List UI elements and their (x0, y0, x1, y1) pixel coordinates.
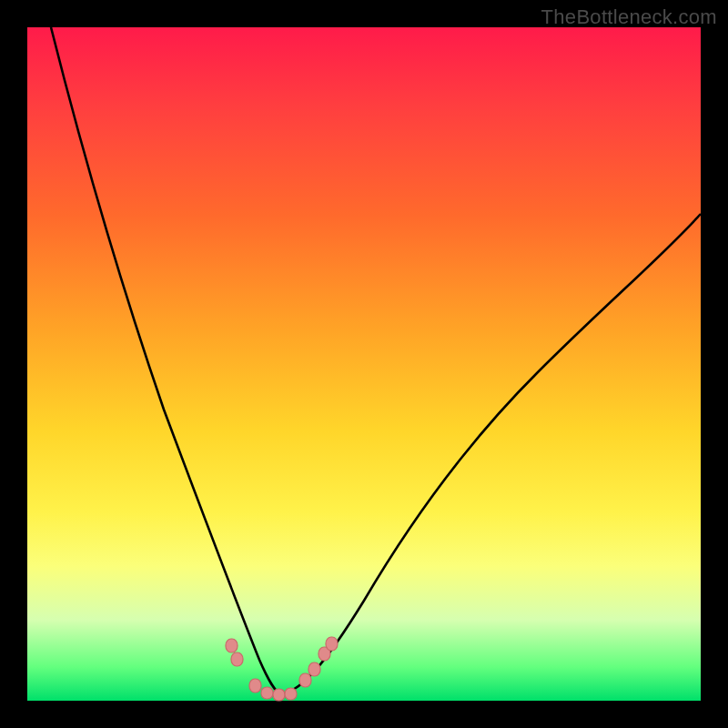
marker-group (226, 637, 338, 701)
marker-dot (326, 637, 338, 651)
marker-dot (226, 639, 238, 652)
marker-dot (249, 679, 261, 693)
curve-right-branch (273, 214, 701, 696)
marker-dot (285, 688, 297, 700)
chart-plot-area (27, 27, 701, 701)
marker-dot (261, 687, 273, 699)
chart-frame: TheBottleneck.com (0, 0, 728, 728)
watermark-text: TheBottleneck.com (541, 5, 717, 29)
curve-left-branch (51, 27, 282, 696)
marker-dot (273, 689, 285, 701)
marker-dot (308, 662, 320, 676)
marker-dot (299, 673, 311, 687)
marker-dot (231, 652, 243, 666)
chart-svg-overlay (27, 27, 701, 701)
